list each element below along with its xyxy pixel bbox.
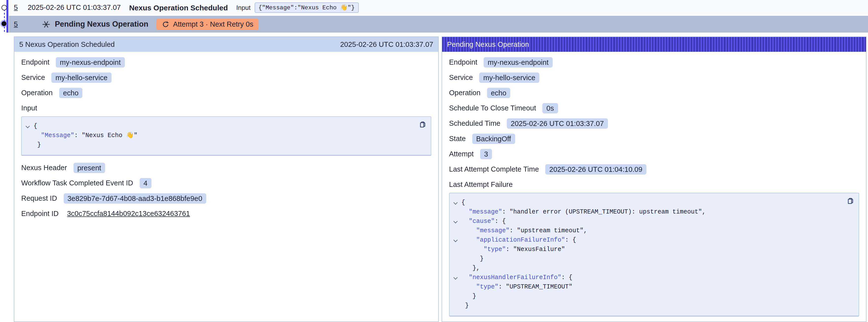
field-label: Service <box>449 73 473 82</box>
json-key: "type" <box>484 246 506 253</box>
event-id-link[interactable]: 5 <box>14 20 18 28</box>
endpoint-id-link[interactable]: 3c0c75ccfa8144b092c13ce632463761 <box>67 210 190 218</box>
code-text: }, <box>461 264 480 273</box>
retry-badge-label: Attempt 3 · Next Retry 0s <box>173 20 253 28</box>
field-row: Endpoint my-nexus-endpoint <box>21 57 431 68</box>
copy-icon <box>847 197 854 205</box>
code-gutter <box>450 301 461 311</box>
field-row: Request ID 3e829b7e-7d67-4b08-aad3-b1e86… <box>21 193 431 204</box>
scheduled-panel-header: 5 Nexus Operation Scheduled 2025-02-26 U… <box>14 37 438 52</box>
field-row: Schedule To Close Timeout 0s <box>449 103 859 114</box>
field-label: Operation <box>21 89 53 97</box>
code-line: "message": "upstream timeout", <box>450 226 842 236</box>
event-input-label: Input <box>236 4 251 11</box>
pending-panel-header: Pending Nexus Operation <box>442 37 866 52</box>
event-input-preview: {"Message":"Nexus Echo 👋"} <box>254 2 359 12</box>
field-label: Service <box>21 73 45 82</box>
field-value-badge: 4 <box>140 178 152 188</box>
json-key: "applicationFailureInfo" <box>476 237 565 244</box>
field-row: Input <box>21 103 431 114</box>
code-text: "type": "UPSTREAM_TIMEOUT" <box>461 283 572 292</box>
field-label: Endpoint <box>449 58 477 66</box>
field-row: Operation echo <box>21 87 431 98</box>
code-line: } <box>450 292 842 301</box>
json-key: "message" <box>469 208 502 216</box>
code-text: } <box>461 301 469 311</box>
field-value-badge: my-hello-service <box>52 72 112 83</box>
field-label: Schedule To Close Timeout <box>449 104 536 112</box>
field-value-badge: echo <box>59 88 83 98</box>
field-value-badge: my-nexus-endpoint <box>56 57 125 67</box>
code-gutter <box>450 292 461 301</box>
chevron-down-icon[interactable] <box>450 217 461 226</box>
retry-icon <box>162 21 169 28</box>
field-value-badge: 0s <box>542 103 558 113</box>
json-key: "Message" <box>41 132 74 139</box>
field-row: Nexus Header present <box>21 162 431 173</box>
field-row: Endpoint ID 3c0c75ccfa8144b092c13ce63246… <box>21 208 431 219</box>
code-line: { <box>22 122 414 131</box>
code-gutter <box>450 283 461 292</box>
chevron-down-icon[interactable] <box>22 122 34 131</box>
field-label: Attempt <box>449 150 474 158</box>
code-line: "type": "NexusFailure" <box>450 245 842 254</box>
copy-button[interactable] <box>847 197 854 205</box>
field-label: Last Attempt Complete Time <box>449 165 539 173</box>
field-label: State <box>449 135 466 142</box>
chevron-down-icon[interactable] <box>450 273 461 283</box>
chevron-down-icon[interactable] <box>450 198 461 207</box>
code-line: } <box>450 254 842 264</box>
event-row-pending[interactable]: 5 Pending Nexus Operation Attempt 3 · Ne… <box>9 16 868 33</box>
field-value-badge: 3 <box>480 149 492 159</box>
field-label: Endpoint ID <box>21 210 59 218</box>
code-gutter <box>450 254 461 264</box>
code-gutter <box>22 140 34 150</box>
code-line: "applicationFailureInfo": { <box>450 236 842 245</box>
event-row-scheduled[interactable]: 5 2025-02-26 UTC 01:03:37.07 Nexus Opera… <box>9 0 868 15</box>
code-text: "message": "upstream timeout", <box>461 226 587 236</box>
field-label: Last Attempt Failure <box>449 181 513 188</box>
event-title: Pending Nexus Operation <box>55 20 148 29</box>
copy-button[interactable] <box>419 121 426 128</box>
chevron-down-icon[interactable] <box>450 236 461 245</box>
code-line: } <box>450 301 842 311</box>
field-value-badge: 2025-02-26 UTC 01:04:10.09 <box>545 164 646 174</box>
code-text: "applicationFailureInfo": { <box>461 236 576 245</box>
open-circle-marker <box>1 5 7 10</box>
code-gutter <box>450 226 461 236</box>
field-value-badge: my-hello-service <box>479 72 539 83</box>
event-id-link[interactable]: 5 <box>14 3 18 11</box>
code-text: } <box>461 254 484 264</box>
code-line: "cause": { <box>450 217 842 226</box>
field-label: Endpoint <box>21 58 50 66</box>
failure-json-viewer: { "message": "handler error (UPSTREAM_TI… <box>449 193 859 317</box>
field-value-badge: BackingOff <box>472 133 515 144</box>
scheduled-event-panel: 5 Nexus Operation Scheduled 2025-02-26 U… <box>14 36 439 322</box>
json-key: "type" <box>476 284 498 290</box>
json-key: "cause" <box>469 218 495 225</box>
code-line: "type": "UPSTREAM_TIMEOUT" <box>450 283 842 292</box>
field-label: Nexus Header <box>21 164 67 171</box>
json-code: { "message": "handler error (UPSTREAM_TI… <box>450 198 842 311</box>
field-label: Input <box>21 104 37 112</box>
field-value-badge: my-nexus-endpoint <box>484 57 553 67</box>
code-line: "Message": "Nexus Echo 👋" <box>22 131 414 140</box>
code-gutter <box>450 207 461 217</box>
code-text: "type": "NexusFailure" <box>461 245 565 254</box>
field-row: State BackingOff <box>449 133 859 144</box>
field-label: Operation <box>449 89 480 97</box>
field-row: Operation echo <box>449 87 859 98</box>
field-label: Scheduled Time <box>449 119 500 127</box>
timeline-active-bar <box>6 0 8 33</box>
pending-operation-panel: Pending Nexus Operation Endpoint my-nexu… <box>442 36 867 322</box>
field-value-badge: 2025-02-26 UTC 01:03:37.07 <box>507 118 608 128</box>
copy-icon <box>419 121 426 128</box>
field-row: Service my-hello-service <box>449 72 859 83</box>
field-label: Request ID <box>21 194 57 202</box>
field-row: Workflow Task Completed Event ID 4 <box>21 178 431 188</box>
field-row: Attempt 3 <box>449 149 859 159</box>
code-gutter <box>450 264 461 273</box>
workflow-history-view: 5 2025-02-26 UTC 01:03:37.07 Nexus Opera… <box>0 0 868 322</box>
code-text: "Message": "Nexus Echo 👋" <box>34 131 137 140</box>
input-json-viewer: { "Message": "Nexus Echo 👋" } <box>21 117 431 156</box>
